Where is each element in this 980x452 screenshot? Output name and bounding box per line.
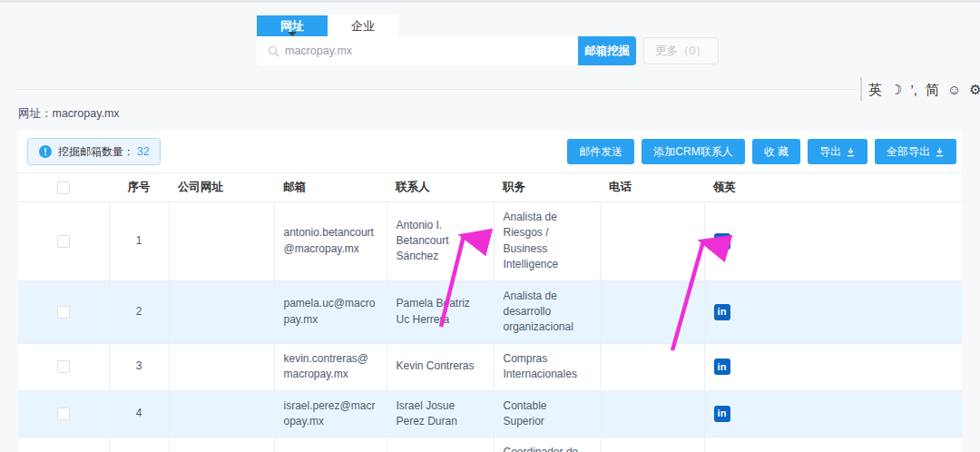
table-header: 序号公司网址邮箱联系人职务电话领英	[18, 173, 962, 202]
results-table: 序号公司网址邮箱联系人职务电话领英 1antonio.betancourt@ma…	[18, 172, 962, 452]
row-contact: Pamela Beatriz Uc Herrera	[387, 280, 494, 343]
row-job-title: Contable Superior	[494, 390, 600, 437]
row-company-url	[169, 390, 274, 437]
more-button[interactable]: 更多（0）	[643, 37, 719, 64]
row-email: antonio.betancourt@macropay.mx	[274, 202, 387, 281]
mined-count-value: 32	[137, 145, 149, 158]
table-body: 1antonio.betancourt@macropay.mxAntonio I…	[18, 202, 962, 452]
row-phone	[600, 202, 704, 281]
row-checkbox[interactable]	[57, 360, 70, 373]
pinyin-quote-icon[interactable]: ’,	[910, 83, 917, 96]
row-company-url	[169, 437, 274, 452]
row-job-title: Analista de Riesgos / Business Intellige…	[494, 202, 600, 281]
toolbar-button-group: 邮件发送添加CRM联系人收 藏导出全部导出	[567, 139, 956, 164]
topbar-icon-row: 英☽’,简☺⚙	[860, 77, 980, 101]
info-icon: !	[39, 145, 52, 158]
table-row: 2pamela.uc@macropay.mxPamela Beatriz Uc …	[18, 280, 962, 343]
row-contact: Luis Camacho	[387, 437, 494, 452]
row-checkbox[interactable]	[57, 306, 70, 319]
row-job-title: Compras Internacionales	[494, 343, 600, 390]
select-all-checkbox[interactable]	[57, 182, 70, 194]
table-row: 1antonio.betancourt@macropay.mxAntonio I…	[18, 202, 962, 281]
button-label: 全部导出	[887, 144, 930, 160]
emoji-smiley-icon[interactable]: ☺	[947, 83, 961, 96]
button-label: 收 藏	[764, 144, 789, 160]
settings-gear-icon[interactable]: ⚙	[969, 83, 980, 96]
export-all-button[interactable]: 全部导出	[875, 139, 956, 164]
add-crm-contact-button[interactable]: 添加CRM联系人	[642, 139, 744, 164]
simplified-chinese-icon[interactable]: 简	[926, 83, 939, 96]
tab-url[interactable]: 网址	[257, 15, 328, 36]
download-icon	[935, 147, 945, 157]
table-row: 3kevin.contreras@macropay.mxKevin Contre…	[18, 343, 962, 390]
search-area: 网址 企业 邮箱挖掘 更多（0）	[257, 15, 719, 65]
favorite-button[interactable]: 收 藏	[752, 139, 800, 164]
row-email: kevin.contreras@macropay.mx	[274, 343, 387, 390]
mined-count-label: 挖掘邮箱数量：	[58, 144, 134, 160]
results-card: ! 挖掘邮箱数量： 32 邮件发送添加CRM联系人收 藏导出全部导出 序号公司网…	[18, 131, 962, 452]
row-index: 2	[109, 280, 169, 343]
linkedin-icon[interactable]: in	[714, 359, 730, 375]
row-checkbox[interactable]	[57, 235, 70, 248]
linkedin-icon[interactable]: in	[714, 304, 730, 320]
table-row: 4israel.perez@macropay.mxIsrael Josue Pe…	[18, 390, 962, 437]
row-email: pamela.uc@macropay.mx	[274, 280, 387, 343]
column-header: 联系人	[387, 173, 494, 202]
column-header: 公司网址	[169, 173, 274, 202]
row-job-title: Analista de desarrollo organizacional	[494, 280, 600, 343]
row-index: 5	[109, 437, 169, 452]
row-contact: Kevin Contreras	[387, 343, 494, 390]
row-index: 1	[109, 202, 169, 281]
send-mail-button[interactable]: 邮件发送	[567, 139, 634, 164]
row-index: 4	[109, 390, 169, 437]
row-company-url	[169, 343, 274, 390]
url-label-prefix: 网址：	[18, 107, 53, 120]
mine-email-button[interactable]: 邮箱挖掘	[578, 36, 636, 65]
export-button[interactable]: 导出	[808, 139, 867, 164]
button-label: 邮件发送	[579, 144, 622, 160]
linkedin-icon[interactable]: in	[714, 406, 730, 422]
url-label: 网址：macropay.mx	[18, 106, 120, 122]
tab-strip: 网址 企业	[257, 15, 398, 36]
row-email: luis.camacho@macropay.mx	[274, 437, 387, 452]
row-job-title: Coordinador de Contenido Mercadotecnia	[494, 437, 600, 452]
row-phone	[600, 280, 704, 343]
row-phone	[600, 437, 704, 452]
search-input-wrap	[257, 36, 578, 65]
button-label: 添加CRM联系人	[653, 144, 732, 160]
row-checkbox[interactable]	[57, 408, 70, 420]
email-mining-page: { "colors": { "primary": "#2aa1f1", "lin…	[0, 0, 980, 452]
column-header: 序号	[109, 173, 169, 202]
lang-english-icon[interactable]: 英	[868, 83, 882, 96]
row-contact: Antonio I. Betancourt Sánchez	[387, 202, 494, 281]
column-header: 电话	[600, 173, 704, 202]
row-contact: Israel Josue Perez Duran	[387, 390, 494, 437]
search-icon	[268, 45, 279, 57]
table-row: 5luis.camacho@macropay.mxLuis CamachoCoo…	[18, 437, 962, 452]
row-company-url	[169, 280, 274, 343]
row-index: 3	[109, 343, 169, 390]
top-strip	[0, 0, 980, 3]
url-label-value: macropay.mx	[53, 107, 120, 120]
download-icon	[846, 147, 856, 157]
mined-count-badge: ! 挖掘邮箱数量： 32	[27, 138, 161, 165]
button-label: 导出	[819, 144, 841, 160]
divider	[15, 89, 858, 90]
select-all-header	[18, 173, 109, 202]
column-header: 职务	[494, 173, 600, 202]
row-email: israel.perez@macropay.mx	[274, 390, 387, 437]
row-phone	[600, 390, 704, 437]
tab-enterprise[interactable]: 企业	[328, 15, 398, 36]
row-phone	[600, 343, 704, 390]
row-company-url	[169, 202, 274, 281]
linkedin-icon[interactable]: in	[714, 233, 730, 250]
column-header: 邮箱	[274, 173, 387, 202]
dark-mode-moon-icon[interactable]: ☽	[890, 83, 902, 96]
results-toolbar: ! 挖掘邮箱数量： 32 邮件发送添加CRM联系人收 藏导出全部导出	[18, 131, 962, 172]
column-header: 领英	[704, 173, 962, 202]
search-input[interactable]	[285, 44, 578, 57]
